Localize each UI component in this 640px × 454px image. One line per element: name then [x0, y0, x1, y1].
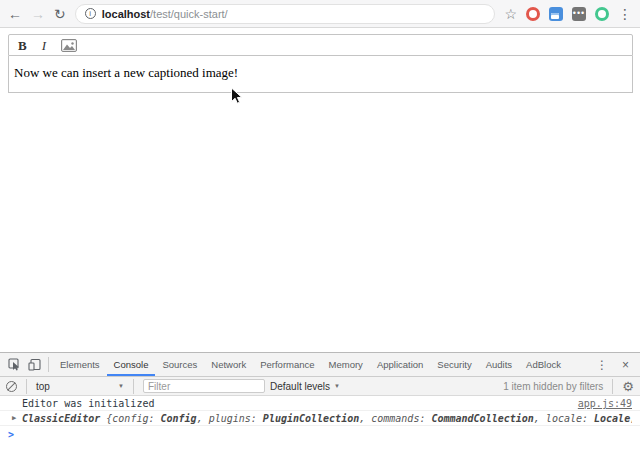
- tab-application[interactable]: Application: [370, 353, 430, 376]
- log-message: Editor was initialized: [22, 398, 578, 409]
- prompt-chevron-icon: >: [8, 429, 14, 440]
- tab-audits[interactable]: Audits: [479, 353, 519, 376]
- browser-menu-icon[interactable]: ⋮: [618, 7, 632, 21]
- tab-adblock[interactable]: AdBlock: [519, 353, 568, 376]
- editor-content[interactable]: Now we can insert a new captioned image!: [8, 56, 633, 93]
- address-bar[interactable]: i localhost/test/quick-start/: [75, 4, 496, 24]
- back-icon[interactable]: ←: [8, 7, 22, 21]
- mouse-cursor: [230, 87, 243, 105]
- devtools-tabbar: Elements Console Sources Network Perform…: [0, 353, 640, 377]
- tab-sources[interactable]: Sources: [155, 353, 204, 376]
- hidden-items-info: 1 item hidden by filters: [503, 381, 603, 392]
- tab-console[interactable]: Console: [107, 353, 156, 376]
- page-info-icon[interactable]: i: [85, 8, 96, 19]
- forward-icon[interactable]: →: [31, 7, 45, 21]
- insert-image-button[interactable]: [61, 39, 77, 52]
- extension-icon-gray[interactable]: •••: [572, 7, 586, 21]
- rich-text-editor: B I Now we can insert a new captioned im…: [8, 34, 633, 93]
- editor-paragraph: Now we can insert a new captioned image!: [14, 65, 238, 80]
- execution-context-select[interactable]: top ▼: [36, 381, 124, 392]
- devtools-panel: Elements Console Sources Network Perform…: [0, 352, 640, 454]
- console-filter-input[interactable]: [143, 379, 265, 393]
- url-path: /test/quick-start/: [150, 8, 228, 20]
- console-prompt[interactable]: >: [0, 426, 640, 443]
- console-object-row: ▶ ClassicEditor {config: Config, plugins…: [0, 411, 640, 426]
- console-settings-gear-icon[interactable]: ⚙: [622, 380, 634, 393]
- levels-label: Default levels: [270, 381, 330, 392]
- devtools-close-icon[interactable]: ×: [615, 358, 636, 372]
- divider: [133, 379, 134, 394]
- browser-toolbar: ← → ↻ i localhost/test/quick-start/ ☆ ••…: [0, 0, 640, 28]
- url-host: localhost: [102, 8, 150, 20]
- bold-button[interactable]: B: [18, 39, 27, 52]
- extension-icon-green[interactable]: [595, 7, 609, 21]
- log-levels-select[interactable]: Default levels ▼: [270, 381, 340, 392]
- expand-arrow-icon[interactable]: ▶: [12, 414, 16, 422]
- tab-memory[interactable]: Memory: [322, 353, 370, 376]
- console-log-row: Editor was initialized app.js:49: [0, 396, 640, 411]
- inspect-element-icon[interactable]: [4, 355, 24, 375]
- image-icon: [61, 39, 77, 52]
- bookmark-star-icon[interactable]: ☆: [504, 6, 517, 22]
- chevron-down-icon: ▼: [334, 383, 340, 389]
- extension-icon-red[interactable]: [526, 7, 540, 21]
- editor-toolbar: B I: [8, 34, 633, 56]
- url-text: localhost/test/quick-start/: [102, 8, 228, 20]
- divider: [612, 379, 613, 394]
- device-toolbar-icon[interactable]: [24, 355, 44, 375]
- extension-icon-blue[interactable]: [549, 7, 563, 21]
- tab-performance[interactable]: Performance: [253, 353, 321, 376]
- source-link[interactable]: app.js:49: [578, 398, 632, 409]
- chevron-down-icon: ▼: [118, 383, 124, 389]
- tab-elements[interactable]: Elements: [53, 353, 107, 376]
- italic-button[interactable]: I: [42, 39, 46, 52]
- tab-security[interactable]: Security: [430, 353, 478, 376]
- devtools-menu-icon[interactable]: ⋮: [589, 358, 615, 372]
- divider: [26, 379, 27, 394]
- clear-console-icon[interactable]: [6, 381, 17, 392]
- tab-network[interactable]: Network: [204, 353, 253, 376]
- divider: [48, 357, 49, 372]
- console-messages: Editor was initialized app.js:49 ▶ Class…: [0, 396, 640, 443]
- object-preview[interactable]: ClassicEditor {config: Config, plugins: …: [22, 413, 632, 424]
- reload-icon[interactable]: ↻: [54, 7, 66, 21]
- context-label: top: [36, 381, 50, 392]
- console-toolbar: top ▼ Default levels ▼ 1 item hidden by …: [0, 377, 640, 396]
